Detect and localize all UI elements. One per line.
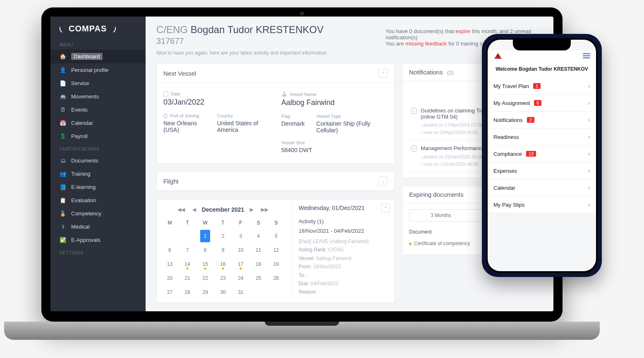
crew-id: 317677 <box>156 36 385 46</box>
phone-frame: Welcome Bogdan Tudor KRESTENKOV My Trave… <box>482 34 602 277</box>
sidebar-item-medical[interactable]: ⚕Medical <box>50 220 146 233</box>
menu-label: Competency <box>71 210 101 217</box>
cal-day[interactable]: 3 <box>232 230 249 242</box>
cal-dow: T <box>179 217 196 228</box>
sidebar-item-movements[interactable]: 🚢Movements <box>50 90 146 103</box>
phone-item-my-travel-plan[interactable]: My Travel Plan1› <box>488 78 596 95</box>
cal-day[interactable]: 29 <box>196 286 214 298</box>
phone-item-notifications[interactable]: Notifications2› <box>488 112 596 129</box>
cal-day[interactable]: 26 <box>267 272 285 284</box>
day-collapse-button[interactable]: ⌃ <box>381 203 390 212</box>
cal-day[interactable]: 21 <box>179 272 196 284</box>
cal-day[interactable]: 13 <box>161 258 179 270</box>
sidebar-item-events[interactable]: 🗓Events <box>50 103 146 116</box>
cal-day[interactable]: 10 <box>232 244 249 256</box>
menu-icon: 📋 <box>60 197 66 203</box>
sidebar-item-calendar[interactable]: 📅Calendar <box>50 116 146 129</box>
phone-item-label: My Assignment <box>493 100 530 106</box>
cal-next-month[interactable]: ▶ <box>248 206 255 213</box>
country-label: Country <box>217 113 270 118</box>
cal-day[interactable]: 25 <box>249 272 267 284</box>
cal-day[interactable]: 12 <box>267 244 285 256</box>
sidebar-item-documents[interactable]: 🗂Documents <box>50 154 146 167</box>
cal-day[interactable]: 19 <box>267 258 285 270</box>
menu-icon: 🗓 <box>60 106 66 113</box>
phone-item-label: Notifications <box>493 117 523 123</box>
cal-day[interactable]: 18 <box>249 258 267 270</box>
sidebar-item-personal-profile[interactable]: 👤Personal profile <box>50 63 146 76</box>
cal-day[interactable]: 7 <box>179 244 196 256</box>
cal-day[interactable]: 5 <box>267 230 285 242</box>
vessel-type-value: Container Ship (Fully Cellular) <box>316 120 388 134</box>
cal-day[interactable]: 6 <box>161 244 179 256</box>
menu-label: Training <box>71 171 90 177</box>
sidebar-item-evaluation[interactable]: 📋Evaluation <box>50 193 146 207</box>
expand-button[interactable]: ⌄ <box>378 177 388 186</box>
collapse-button[interactable]: ⌃ <box>378 69 388 78</box>
cal-day[interactable]: 8 <box>196 244 214 256</box>
phone-welcome-text: Welcome Bogdan Tudor KRESTENKOV <box>488 62 596 78</box>
cal-day[interactable]: 31 <box>232 286 249 298</box>
cal-day[interactable]: 22 <box>196 272 214 284</box>
phone-item-expenses[interactable]: Expenses› <box>488 162 596 179</box>
sidebar-item-e-learning[interactable]: 📘E-learning <box>50 180 146 193</box>
cal-day[interactable]: 2 <box>214 230 232 242</box>
vessel-icon: ⚓ <box>281 91 287 97</box>
pin-icon <box>163 113 168 119</box>
phone-item-label: Readiness <box>493 134 519 140</box>
chevron-right-icon: › <box>588 201 590 208</box>
cal-day[interactable]: 4 <box>249 230 267 242</box>
sidebar-item-training[interactable]: 👥Training <box>50 167 146 180</box>
calendar-month: December 2021 <box>202 206 244 213</box>
count-badge: 1 <box>533 83 541 89</box>
cal-day[interactable]: 30 <box>214 286 232 298</box>
phone-item-label: Compliance <box>493 151 522 157</box>
phone-notch <box>513 40 571 50</box>
cal-day[interactable]: 20 <box>161 272 179 284</box>
menu-icon: 🗂 <box>60 157 66 164</box>
cal-day[interactable]: 15 <box>196 258 214 270</box>
cal-day[interactable]: 27 <box>161 286 179 298</box>
phone-item-compliance[interactable]: Compliance13› <box>488 146 596 162</box>
next-vessel-card: Next Vessel ⌃ Date 03/Jan/2022 Port of J… <box>156 63 395 164</box>
cal-prev-month[interactable]: ◀ <box>191 206 198 213</box>
cal-dow: S <box>249 217 267 228</box>
cal-day[interactable]: 14 <box>179 258 196 270</box>
due-value: 04/Feb/2022 <box>311 281 338 286</box>
cal-day <box>161 230 179 242</box>
cal-prev-year[interactable]: ◀◀ <box>176 206 187 213</box>
header-subtitle: Nice to have you again, here are your la… <box>156 50 385 56</box>
calendar-card: ◀◀ ◀ December 2021 ▶ ▶▶ MTWTFSS123456789… <box>156 199 395 303</box>
sidebar-item-service[interactable]: 📄Service <box>50 76 146 90</box>
cal-day[interactable]: 1 <box>200 230 210 242</box>
hamburger-menu-icon[interactable] <box>583 53 590 58</box>
expiring-tab-3m[interactable]: 3 Months <box>409 210 472 221</box>
phone-item-my-pay-slips[interactable]: My Pay Slips› <box>488 196 596 213</box>
cal-day[interactable]: 28 <box>179 286 196 298</box>
cal-day[interactable]: 23 <box>214 272 232 284</box>
cal-day[interactable]: 24 <box>232 272 249 284</box>
menu-label: E-Approvals <box>71 237 101 243</box>
phone-item-my-assignment[interactable]: My Assignment6› <box>488 95 596 112</box>
sidebar-item-e-approvals[interactable]: ✅E-Approvals <box>50 233 146 246</box>
info-icon: i <box>411 107 417 114</box>
cal-next-year[interactable]: ▶▶ <box>259 206 270 213</box>
cal-day[interactable]: 16 <box>214 258 232 270</box>
menu-label: Evaluation <box>71 197 96 203</box>
cal-day[interactable]: 11 <box>249 244 267 256</box>
menu-label: E-learning <box>71 184 96 190</box>
due-label: Due: <box>299 281 309 286</box>
laptop-notch <box>265 322 339 326</box>
chevron-right-icon: › <box>588 150 590 157</box>
reason-value: - <box>318 289 320 295</box>
date-label: Date <box>171 91 180 96</box>
sidebar-item-dashboard[interactable]: 🏠Dashboard <box>50 50 146 63</box>
cal-day[interactable]: 9 <box>214 244 232 256</box>
logo-arc-left-icon <box>58 24 67 33</box>
cal-day[interactable]: 17 <box>232 258 249 270</box>
phone-item-readiness[interactable]: Readiness› <box>488 129 596 146</box>
phone-item-calendar[interactable]: Calendar› <box>488 179 596 196</box>
chevron-right-icon: › <box>588 167 590 174</box>
sidebar-item-competency[interactable]: 🏅Competency <box>50 207 146 220</box>
sidebar-item-payroll[interactable]: 💲Payroll <box>50 129 146 143</box>
